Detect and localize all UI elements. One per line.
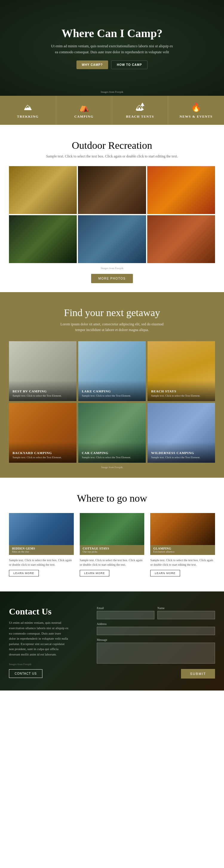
camp-card-car[interactable]: CAR CAMPING Sample text. Click to select… [78,403,146,463]
camp-overlay-backyard: BACKYARD CAMPING Sample text. Click to s… [9,442,76,463]
trekking-label: TREKKING [17,115,39,118]
camp-card-rv[interactable]: BEST RV CAMPING Sample text. Click to se… [9,341,76,401]
gems-badge-title: HIDDEN GEMS [12,547,71,550]
glamping-body: Sample text. Click to select the text bo… [150,555,215,580]
address-input[interactable] [97,627,215,635]
form-group-address: Address [97,622,215,635]
hero-subtitle: Ut enim ad minim veniam, quis nostrud ex… [49,43,175,55]
cottage-badge-sub: Our top picks [83,550,142,553]
form-group-message: Message [97,638,215,663]
where-img-glamping: GLAMPING Exicitation ullamco [150,513,215,555]
form-row-message: Message [97,638,215,663]
message-label: Message [97,638,215,642]
camp-desc-backyard: Sample text. Click to select the Text El… [12,456,73,460]
why-camp-button[interactable]: WHY CAMP? [76,60,108,69]
photo-cell-4 [9,215,77,263]
icon-bar-trekking[interactable]: ⛰ TREKKING [0,96,56,125]
more-photos-button[interactable]: MORE PHOTOS [91,274,133,283]
contact-form: Email Name Address Message SUBMIT [97,607,215,679]
photo-cell-2 [78,166,146,214]
contact-title: Contact Us [9,607,88,617]
camp-desc-lake: Sample text. Click to select the Text El… [82,394,142,398]
cottage-learn-btn[interactable]: LEARN MORE [80,570,110,577]
camp-title-rv: BEST RV CAMPING [12,390,73,393]
submit-button[interactable]: SUBMIT [181,669,215,679]
beach-tents-icon: 🏕 [136,102,144,112]
glamping-badge-title: GLAMPING [153,547,212,550]
getaway-subtitle: Lorem ipsum dolor sit amet, consectetur … [55,321,169,333]
camp-title-wilderness: WILDERNESS CAMPING [151,451,212,455]
photo-cell-5 [78,215,146,263]
name-label: Name [157,607,215,610]
photo-cell-1 [9,166,77,214]
photo-cell-3 [147,166,215,214]
form-group-name: Name [157,607,215,619]
camp-card-backyard[interactable]: BACKYARD CAMPING Sample text. Click to s… [9,403,76,463]
email-input[interactable] [97,611,154,619]
camping-label: CAMPING [74,115,94,118]
icon-bar-beach-tents[interactable]: 🏕 BEACH TENTS [112,96,169,125]
outdoor-section: Outdoor Recreation Sample text. Click to… [0,125,224,292]
hero-buttons: WHY CAMP? HOW TO CAMP [76,60,148,69]
camp-overlay-car: CAR CAMPING Sample text. Click to select… [78,442,146,463]
contact-left: Contact Us Ut enim ad minim veniam, quis… [9,607,88,679]
cottage-badge-title: COTTAGE STAYS [83,547,142,550]
icon-bar-camping[interactable]: ⛺ CAMPING [56,96,112,125]
icon-bar: ⛰ TREKKING ⛺ CAMPING 🏕 BEACH TENTS 🔥 NEW… [0,96,224,125]
gems-desc: Sample text. Click to select the text bo… [9,558,74,567]
beach-tents-label: BEACH TENTS [126,115,154,118]
getaway-section: Find your next getaway Lorem ipsum dolor… [0,292,224,478]
cottage-body: Sample text. Click to select the text bo… [80,555,145,580]
news-events-label: NEWS & EVENTS [180,115,213,118]
cottage-desc: Sample text. Click to select the text bo… [80,558,145,567]
camp-desc-wilderness: Sample text. Click to select the Text El… [151,456,212,460]
camp-card-lake[interactable]: LAKE CAMPING Sample text. Click to selec… [78,341,146,401]
trekking-icon: ⛰ [24,102,32,112]
gems-learn-btn[interactable]: LEARN MORE [9,570,39,577]
contact-body: Ut enim ad minim veniam, quis nostrud ex… [9,620,69,657]
where-section: Where to go now HIDDEN GEMS Sites on the… [0,478,224,591]
icon-bar-news-events[interactable]: 🔥 NEWS & EVENTS [168,96,224,125]
news-events-icon: 🔥 [191,102,201,112]
where-card-glamping: GLAMPING Exicitation ullamco Sample text… [150,513,215,580]
getaway-title: Find your next getaway [9,307,215,318]
glamping-desc: Sample text. Click to select the text bo… [150,558,215,567]
hero-section: Where Can I Camp? Ut enim ad minim venia… [0,0,224,96]
camp-overlay-wilderness: WILDERNESS CAMPING Sample text. Click to… [148,442,215,463]
where-img-cottage: COTTAGE STAYS Our top picks [80,513,145,555]
name-input[interactable] [157,611,215,619]
camp-title-car: CAR CAMPING [82,451,142,455]
getaway-credit: Image from Freepik [9,466,215,469]
how-to-camp-button[interactable]: HOW TO CAMP [111,60,148,69]
camp-grid: BEST RV CAMPING Sample text. Click to se… [9,341,215,463]
contact-section: Contact Us Ut enim ad minim veniam, quis… [0,591,224,690]
glamping-badge-sub: Exicitation ullamco [153,550,212,553]
glamping-learn-btn[interactable]: LEARN MORE [150,570,180,577]
camp-overlay-beach: BEACH STAYS Sample text. Click to select… [148,380,215,401]
camp-desc-car: Sample text. Click to select the Text El… [82,456,142,460]
gems-body: Sample text. Click to select the text bo… [9,555,74,580]
where-img-gems: HIDDEN GEMS Sites on the rise [9,513,74,555]
message-textarea[interactable] [97,643,215,663]
form-row-email-name: Email Name [97,607,215,619]
contact-credit: Images from Freepik [9,663,88,666]
camp-overlay-rv: BEST RV CAMPING Sample text. Click to se… [9,380,76,401]
camp-desc-beach: Sample text. Click to select the Text El… [151,394,212,398]
camp-card-beach[interactable]: BEACH STAYS Sample text. Click to select… [148,341,215,401]
camp-desc-rv: Sample text. Click to select the Text El… [12,394,73,398]
outdoor-photo-grid [9,166,215,263]
where-card-cottage: COTTAGE STAYS Our top picks Sample text.… [80,513,145,580]
address-label: Address [97,622,215,625]
form-row-address: Address [97,622,215,635]
gems-badge-sub: Sites on the rise [12,550,71,553]
photo-cell-6 [147,215,215,263]
camp-card-wilderness[interactable]: WILDERNESS CAMPING Sample text. Click to… [148,403,215,463]
outdoor-subtitle: Sample text. Click to select the text bo… [9,154,215,159]
camp-title-lake: LAKE CAMPING [82,390,142,393]
form-group-email: Email [97,607,154,619]
outdoor-credit: Images from Freepik [9,267,215,270]
email-label: Email [97,607,154,610]
contact-us-button[interactable]: CONTACT US [9,669,42,678]
where-badge-gems: HIDDEN GEMS Sites on the rise [9,545,74,555]
outdoor-title: Outdoor Recreation [9,140,215,151]
